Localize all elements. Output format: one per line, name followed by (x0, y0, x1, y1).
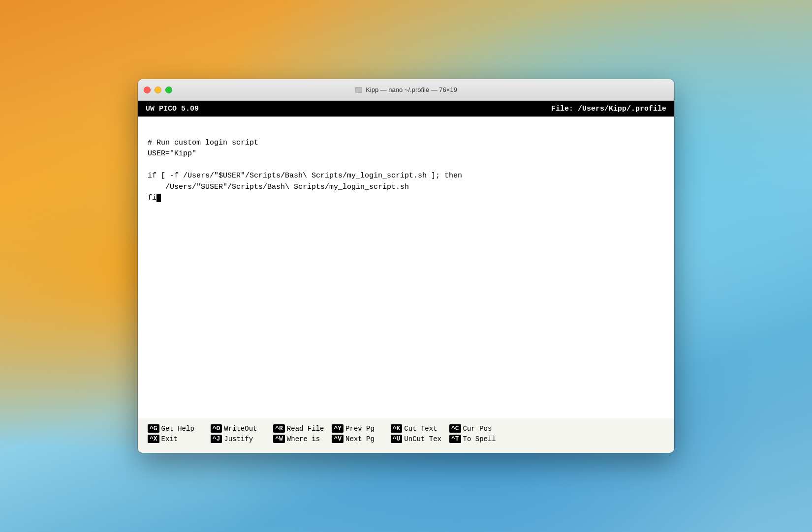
label-writeout: WriteOut (224, 425, 265, 433)
key-v: ^V (332, 435, 344, 443)
nano-version: UW PICO 5.09 (146, 105, 199, 113)
label-next-pg: Next Pg (345, 435, 383, 443)
shortcut-exit: ^X Exit (148, 435, 203, 443)
title-bar-content: Kipp — nano ~/.profile — 76×19 (355, 86, 457, 94)
shortcut-cut-text: ^K Cut Text (391, 424, 441, 433)
label-where-is: Where is (287, 435, 324, 443)
key-k: ^K (391, 424, 403, 433)
label-cut-text: Cut Text (404, 425, 441, 433)
label-read-file: Read File (287, 425, 324, 433)
shortcut-justify: ^J Justify (211, 435, 266, 443)
close-button[interactable] (144, 87, 151, 93)
key-o: ^O (211, 424, 222, 433)
label-cur-pos: Cur Pos (463, 425, 492, 433)
shortcuts-row-1: ^G Get Help ^O WriteOut ^R Read File ^Y … (148, 424, 664, 433)
svg-rect-1 (356, 88, 362, 92)
text-cursor (156, 194, 161, 202)
key-g: ^G (148, 424, 159, 433)
key-w: ^W (273, 435, 285, 443)
key-t: ^T (449, 435, 461, 443)
key-j: ^J (211, 435, 222, 443)
nano-header: UW PICO 5.09 File: /Users/Kipp/.profile (138, 101, 674, 117)
minimize-button[interactable] (155, 87, 161, 93)
key-c: ^C (449, 424, 461, 433)
shortcuts-bar: ^G Get Help ^O WriteOut ^R Read File ^Y … (138, 418, 674, 453)
shortcut-get-help: ^G Get Help (148, 424, 203, 433)
nano-filepath: File: /Users/Kipp/.profile (551, 105, 666, 113)
label-justify: Justify (224, 435, 265, 443)
key-y: ^Y (332, 424, 344, 433)
shortcut-uncut-tex: ^U UnCut Tex (391, 435, 441, 443)
window-title: Kipp — nano ~/.profile — 76×19 (366, 86, 457, 93)
terminal-icon (355, 86, 363, 94)
label-prev-pg: Prev Pg (345, 425, 383, 433)
shortcuts-row-2: ^X Exit ^J Justify ^W Where is ^V Next P… (148, 435, 664, 443)
line-1: # Run custom login script USER="Kipp" if… (148, 139, 462, 203)
label-exit: Exit (161, 435, 203, 443)
traffic-lights (144, 87, 172, 93)
key-r: ^R (273, 424, 285, 433)
shortcut-where-is: ^W Where is (273, 435, 324, 443)
shortcut-next-pg: ^V Next Pg (332, 435, 382, 443)
label-to-spell: To Spell (463, 435, 496, 443)
editor-area[interactable]: # Run custom login script USER="Kipp" if… (138, 117, 674, 418)
terminal-window: Kipp — nano ~/.profile — 76×19 UW PICO 5… (138, 79, 674, 453)
key-u: ^U (391, 435, 403, 443)
shortcut-read-file: ^R Read File (273, 424, 324, 433)
shortcut-to-spell: ^T To Spell (449, 435, 496, 443)
shortcut-writeout: ^O WriteOut (211, 424, 266, 433)
maximize-button[interactable] (165, 87, 172, 93)
shortcut-cur-pos: ^C Cur Pos (449, 424, 492, 433)
label-uncut-tex: UnCut Tex (404, 435, 441, 443)
key-x: ^X (148, 435, 159, 443)
label-get-help: Get Help (161, 425, 203, 433)
title-bar: Kipp — nano ~/.profile — 76×19 (138, 79, 674, 101)
shortcut-prev-pg: ^Y Prev Pg (332, 424, 382, 433)
